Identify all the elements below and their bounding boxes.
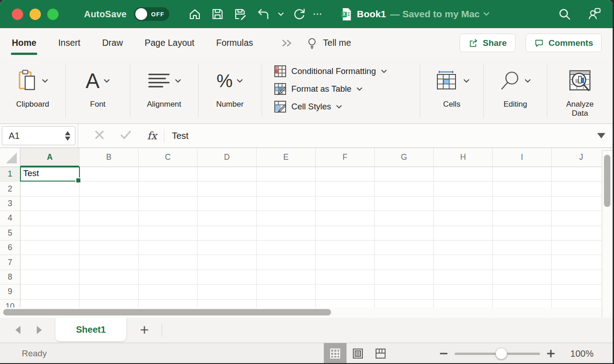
cancel-entry-icon[interactable] [94, 130, 104, 142]
undo-dropdown-icon[interactable] [277, 5, 286, 23]
zoom-slider-thumb[interactable] [495, 348, 507, 359]
cell-D7[interactable] [198, 255, 257, 269]
cell-A7[interactable] [20, 255, 79, 269]
undo-icon[interactable] [254, 5, 272, 23]
cell-C1[interactable] [139, 167, 198, 181]
previous-sheet-icon[interactable] [14, 325, 23, 337]
name-box-steppers[interactable] [65, 131, 70, 141]
analyze-data-group[interactable]: Analyze Data [547, 58, 613, 123]
cell-E9[interactable] [257, 285, 316, 299]
cell-D5[interactable] [198, 226, 257, 240]
cell-B8[interactable] [79, 270, 139, 284]
tab-insert[interactable]: Insert [58, 38, 80, 48]
vertical-scrollbar-thumb[interactable] [604, 155, 610, 207]
cell-B5[interactable] [79, 226, 139, 240]
cell-E1[interactable] [257, 167, 316, 181]
cell-I2[interactable] [493, 182, 552, 196]
cell-A4[interactable] [20, 211, 79, 225]
cell-H9[interactable] [434, 285, 493, 299]
cell-H4[interactable] [434, 211, 493, 225]
cell-H2[interactable] [434, 182, 493, 196]
autosave-toggle[interactable]: OFF [134, 7, 169, 21]
column-header-G[interactable]: G [375, 148, 434, 167]
row-header-8[interactable]: 8 [0, 270, 20, 284]
comments-button[interactable]: Comments [525, 34, 602, 52]
horizontal-scrollbar-thumb[interactable] [3, 309, 331, 315]
zoom-out-icon[interactable] [439, 349, 448, 358]
cell-G2[interactable] [375, 182, 434, 196]
vertical-scrollbar[interactable] [602, 150, 613, 318]
cells-group[interactable]: Cells [420, 58, 483, 123]
account-presence-icon[interactable] [585, 5, 604, 23]
cell-C8[interactable] [139, 270, 198, 284]
cell-D2[interactable] [198, 182, 257, 196]
select-all-corner[interactable] [0, 148, 20, 167]
stepper-up-icon[interactable] [65, 131, 70, 135]
cell-E3[interactable] [257, 197, 316, 211]
search-icon[interactable] [555, 5, 574, 23]
column-header-C[interactable]: C [139, 148, 198, 167]
name-box[interactable]: A1 [2, 126, 75, 145]
cell-G8[interactable] [375, 270, 434, 284]
cell-A2[interactable] [20, 182, 79, 196]
cell-G1[interactable] [375, 167, 434, 181]
tab-draw[interactable]: Draw [102, 38, 123, 48]
cell-B3[interactable] [79, 197, 139, 211]
tab-home[interactable]: Home [12, 38, 36, 48]
share-button[interactable]: Share [460, 34, 515, 52]
cell-C5[interactable] [139, 226, 198, 240]
add-sheet-button[interactable]: + [136, 320, 153, 339]
formula-bar-expand-icon[interactable] [597, 133, 605, 138]
cell-I8[interactable] [493, 270, 552, 284]
cell-F4[interactable] [316, 211, 375, 225]
cell-G6[interactable] [375, 241, 434, 255]
column-header-E[interactable]: E [257, 148, 316, 167]
cell-F3[interactable] [316, 197, 375, 211]
cell-B4[interactable] [79, 211, 139, 225]
row-header-1[interactable]: 1 [0, 167, 20, 181]
cell-A3[interactable] [20, 197, 79, 211]
number-group[interactable]: % Number [198, 58, 262, 123]
cell-A1[interactable]: Test [20, 167, 79, 181]
cell-C9[interactable] [139, 285, 198, 299]
cell-G7[interactable] [375, 255, 434, 269]
tab-overflow-chevrons-icon[interactable] [281, 39, 293, 47]
cell-D9[interactable] [198, 285, 257, 299]
row-header-4[interactable]: 4 [0, 211, 20, 225]
cell-G3[interactable] [375, 197, 434, 211]
formula-bar-value[interactable]: Test [172, 131, 188, 141]
cell-D3[interactable] [198, 197, 257, 211]
cell-E8[interactable] [257, 270, 316, 284]
clipboard-group[interactable]: Clipboard [0, 58, 65, 123]
cell-H7[interactable] [434, 255, 493, 269]
insert-function-icon[interactable]: fx [147, 130, 157, 142]
sheet-tab-sheet1[interactable]: Sheet1 [55, 318, 126, 341]
alignment-group[interactable]: Alignment [130, 58, 198, 123]
cell-E7[interactable] [257, 255, 316, 269]
cell-B9[interactable] [79, 285, 139, 299]
minimize-window-button[interactable] [30, 9, 41, 20]
normal-view-button[interactable] [324, 343, 347, 363]
column-header-D[interactable]: D [198, 148, 257, 167]
cell-B2[interactable] [79, 182, 139, 196]
save-as-icon[interactable] [231, 5, 249, 23]
row-header-2[interactable]: 2 [0, 182, 20, 196]
tab-formulas[interactable]: Formulas [216, 38, 253, 48]
cell-styles-button[interactable]: Cell Styles [274, 99, 342, 114]
row-header-6[interactable]: 6 [0, 241, 20, 255]
document-title-cluster[interactable]: X Book1 — Saved to my Mac [340, 8, 490, 21]
cell-F9[interactable] [316, 285, 375, 299]
format-as-table-button[interactable]: Format as Table [274, 81, 362, 97]
cell-I4[interactable] [493, 211, 552, 225]
editing-group[interactable]: Editing [484, 58, 547, 123]
zoom-window-button[interactable] [47, 9, 59, 20]
cell-A5[interactable] [20, 226, 79, 240]
column-header-I[interactable]: I [493, 148, 552, 167]
cell-I6[interactable] [493, 241, 552, 255]
cell-D4[interactable] [198, 211, 257, 225]
tab-page-layout[interactable]: Page Layout [144, 38, 194, 48]
horizontal-scrollbar[interactable] [0, 307, 602, 318]
row-header-3[interactable]: 3 [0, 197, 20, 211]
row-header-9[interactable]: 9 [0, 285, 20, 299]
cell-I3[interactable] [493, 197, 552, 211]
